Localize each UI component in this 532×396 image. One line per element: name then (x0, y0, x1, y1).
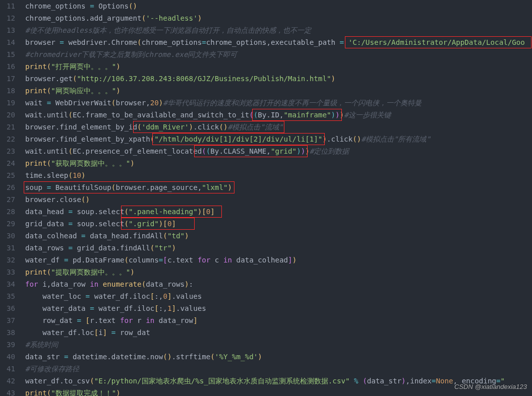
code-line[interactable]: browser.get("http://106.37.208.243:8068/… (25, 73, 532, 85)
code-token: ] (171, 304, 176, 312)
code-line[interactable]: water_data = water_df.iloc[:,1].values (25, 302, 532, 314)
code-token: soup.select (73, 208, 125, 216)
code-token: water_data (25, 304, 90, 312)
code-line[interactable]: wait = WebDriverWait(browser,20)#华哥代码运行的… (25, 97, 532, 109)
code-line[interactable]: time.sleep(10) (25, 169, 532, 181)
code-token: browser, (115, 99, 150, 107)
code-token: [ (94, 328, 99, 337)
code-token: "http://106.37.208.243:8068/GJZ/Business… (77, 75, 331, 83)
code-token: ( (124, 220, 129, 228)
code-token: Options (94, 2, 129, 10)
line-number: 25 (0, 169, 15, 181)
code-token: ] (210, 208, 215, 216)
line-number: 11 (0, 0, 15, 12)
line-number: 35 (0, 290, 15, 302)
code-token: By.ID, (258, 111, 283, 119)
code-token: browser.find_element_by_xpath (25, 135, 150, 143)
code-token: data_head.findAll (86, 232, 163, 240)
code-token: data_head (25, 208, 68, 216)
line-number: 38 (0, 326, 15, 339)
code-line[interactable]: chrome_options = Options() (25, 0, 532, 12)
code-token (350, 377, 354, 385)
code-line[interactable]: data_colhead = data_head.findAll("td") (25, 230, 532, 242)
code-token: "mainframe" (284, 111, 331, 119)
code-token: ( (163, 232, 167, 240)
code-token: ) (340, 111, 344, 119)
code-line[interactable]: print("网页响应中。。。") (25, 85, 532, 97)
code-token: browser (25, 38, 60, 46)
code-token: = (202, 38, 206, 46)
line-number: 15 (0, 48, 15, 60)
code-token: data_rows (25, 244, 68, 252)
code-line[interactable]: wait.until(EC.presence_of_element_locate… (25, 145, 532, 157)
code-line[interactable]: browser = webdriver.Chrome(chrome_option… (25, 36, 532, 48)
code-line[interactable]: #系统时间 (25, 339, 532, 351)
code-token: .values (176, 304, 206, 312)
code-line[interactable]: water_df = pd.DataFrame(columns=[c.text … (25, 254, 532, 266)
code-token: = (68, 220, 73, 228)
code-token: '%Y_%m_%d' (215, 353, 258, 361)
code-token: #chromedriver下载下来之后复制到chrome.exe同文件夹下即可 (25, 50, 237, 58)
code-token: () (163, 353, 171, 361)
code-token: datetime.datetime.now (68, 353, 163, 361)
code-token: water_df (25, 256, 64, 264)
code-token: water_df.to_csv (25, 377, 90, 385)
code-line[interactable]: browser.find_element_by_id('ddm_River').… (25, 121, 532, 133)
code-line[interactable]: wait.until(EC.frame_to_be_available_and_… (25, 109, 532, 121)
code-token: ( (142, 280, 146, 288)
code-token: ( (124, 256, 129, 264)
code-line[interactable]: row_dat = [r.text for r in data_row] (25, 314, 532, 326)
line-number: 13 (0, 24, 15, 36)
code-token: ) (258, 353, 262, 361)
line-number: 37 (0, 314, 15, 326)
code-line[interactable]: browser.find_element_by_xpath("/html/bod… (25, 133, 532, 145)
code-line[interactable]: print("打开网页中。。。") (25, 60, 532, 73)
code-line[interactable]: data_rows = grid_data.findAll("tr") (25, 242, 532, 254)
line-number: 33 (0, 266, 15, 278)
code-content[interactable]: chrome_options = Options()chrome_options… (25, 0, 532, 396)
code-line[interactable]: for i,data_row in enumerate(data_rows): (25, 278, 532, 290)
code-line[interactable]: browser.close() (25, 193, 532, 206)
code-token: () (129, 2, 137, 10)
code-token: r.text (90, 316, 120, 324)
code-token: grid_data.findAll (73, 244, 150, 252)
code-token: = (68, 244, 73, 252)
code-token: print (25, 268, 47, 276)
code-line[interactable]: print("获取网页数据中。。。") (25, 157, 532, 169)
code-line[interactable]: #chromedriver下载下来之后复制到chrome.exe同文件夹下即可 (25, 48, 532, 60)
code-token: water_df.loc (25, 328, 94, 337)
code-token: = (77, 316, 82, 324)
code-token (107, 328, 111, 337)
code-token: 0 (163, 292, 167, 300)
code-token: ( (124, 208, 129, 216)
code-token: water_df.iloc (94, 304, 155, 312)
code-line[interactable]: print("提取网页数据中。。。") (25, 266, 532, 278)
code-line[interactable]: water_loc = water_df.iloc[:,0].values (25, 290, 532, 302)
code-line[interactable]: #可修改保存路径 (25, 363, 532, 375)
code-token: ( (68, 171, 73, 179)
code-token: c (210, 256, 223, 264)
code-line[interactable]: #使不使用headless版本，也许你想感受一下浏览器自动打开，自动点击的快感，… (25, 24, 532, 36)
code-line[interactable]: data_str = datetime.datetime.now().strft… (25, 351, 532, 363)
line-number: 14 (0, 36, 15, 48)
code-token: in (223, 256, 232, 264)
code-token: chrome_options.add_argument (25, 14, 142, 22)
code-token: () (81, 195, 90, 204)
code-token: i (98, 328, 103, 337)
code-line[interactable]: water_df.loc[i] = row_dat (25, 326, 532, 339)
code-token: "grid" (271, 147, 297, 155)
line-number: 20 (0, 109, 15, 121)
code-token: "数据提取完成！！" (51, 389, 116, 396)
code-token: = (47, 183, 51, 191)
code-editor-pane[interactable]: 1112131415161718192021222324252627282930… (0, 0, 532, 396)
line-number: 40 (0, 351, 15, 363)
code-token: ) (116, 62, 121, 71)
code-line[interactable]: chrome_options.add_argument('--headless'… (25, 12, 532, 24)
code-line[interactable]: data_head = soup.select(".panel-heading"… (25, 206, 532, 218)
code-line[interactable]: grid_data = soup.select(".grid")[0] (25, 218, 532, 230)
code-token: row_dat (115, 328, 150, 337)
line-number: 31 (0, 242, 15, 254)
code-token: EC.presence_of_element_located (73, 147, 202, 155)
code-line[interactable]: soup = BeautifulSoup(browser.page_source… (25, 181, 532, 193)
code-token: [ (86, 316, 90, 324)
